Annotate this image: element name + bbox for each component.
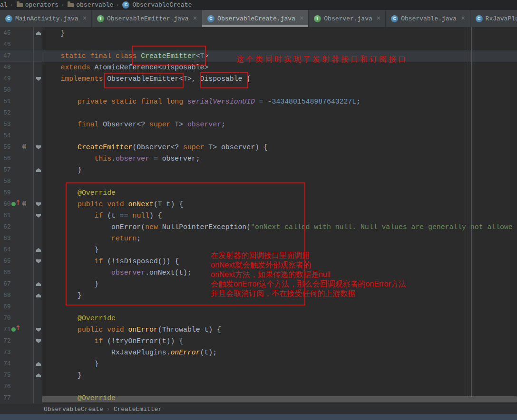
line-number: 58 xyxy=(3,178,11,185)
code-line: public void onError(Throwable t) { xyxy=(44,324,221,335)
code-token: t) { xyxy=(162,200,183,208)
code-token: } xyxy=(44,166,82,174)
right-margin-guide xyxy=(468,27,468,397)
close-icon[interactable]: × xyxy=(193,15,197,22)
override-method-icon[interactable]: ↑ xyxy=(11,325,20,333)
tab-Observer.java[interactable]: IObserver.java× xyxy=(309,10,386,27)
code-line: private static final long serialVersionU… xyxy=(44,96,361,107)
class-icon: C xyxy=(476,15,483,22)
code-token: observer xyxy=(44,269,145,277)
code-token: @Override xyxy=(44,189,116,197)
tab-Observable.java[interactable]: CObservable.java× xyxy=(386,10,470,27)
tab-label: ObservableEmitter.java xyxy=(107,15,189,22)
code-token: (!isDisposed()) { xyxy=(103,258,179,265)
horizontal-scrollbar[interactable] xyxy=(42,396,517,402)
close-icon[interactable]: × xyxy=(461,15,465,22)
code-token: onError xyxy=(170,349,200,356)
code-token: < xyxy=(179,75,183,83)
code-token: (t == xyxy=(103,212,132,220)
annotation-gutter-icon: @ xyxy=(22,143,26,150)
code-token: NullPointerException( xyxy=(158,223,251,231)
code-token: ; xyxy=(137,235,141,242)
line-number: 66 xyxy=(3,269,11,276)
code-token xyxy=(170,121,175,128)
code-token: } xyxy=(44,246,98,254)
code-token: final xyxy=(44,121,103,128)
code-token: null xyxy=(133,212,150,220)
code-token: = observer; xyxy=(149,155,200,162)
code-token: } xyxy=(44,280,98,288)
tab-label: Observable.java xyxy=(401,15,457,22)
code-line: } xyxy=(44,28,65,39)
bottom-breadcrumb-bar: ObservableCreate›CreateEmitter xyxy=(0,404,517,414)
close-icon[interactable]: × xyxy=(300,15,303,22)
code-token: T xyxy=(175,121,179,128)
breadcrumb-item-CreateEmitter[interactable]: CreateEmitter xyxy=(114,406,162,413)
tab-ObservableEmitter.java[interactable]: IObservableEmitter.java× xyxy=(92,10,202,27)
breadcrumb-item-operators[interactable]: operators xyxy=(25,1,59,9)
line-number: 55 xyxy=(3,143,11,151)
code-token: observer xyxy=(187,121,221,128)
interface-icon: I xyxy=(314,15,321,22)
editor-split-guide xyxy=(471,27,472,397)
line-number: 71 xyxy=(3,326,11,333)
code-token: new xyxy=(145,223,158,231)
code-token: onError xyxy=(128,326,158,334)
line-number: 54 xyxy=(3,132,11,139)
line-number: 45 xyxy=(3,29,11,37)
class-icon: C xyxy=(5,15,12,22)
tab-ObservableCreate.java[interactable]: CObservableCreate.java× xyxy=(202,10,309,27)
breadcrumb-item-ObservableCreate[interactable]: ObservableCreate xyxy=(132,1,192,9)
code-line: this.observer = observer; xyxy=(44,153,200,164)
right-margin-guide xyxy=(469,27,469,397)
breadcrumb-item-observable[interactable]: observable xyxy=(76,1,113,9)
line-number: 56 xyxy=(3,155,11,162)
code-line: } xyxy=(44,358,98,370)
folder-icon xyxy=(68,3,74,7)
breadcrumb-separator: › xyxy=(116,2,119,9)
code-token: extends xyxy=(44,64,95,71)
code-line: } xyxy=(44,290,82,301)
line-number: 70 xyxy=(3,315,11,322)
line-number: 68 xyxy=(3,292,11,299)
code-line: } xyxy=(44,164,82,176)
code-editor[interactable]: 45 }4647 static final class CreateEmitte… xyxy=(0,27,517,404)
interface-icon: I xyxy=(97,15,104,22)
tab-label: ObservableCreate.java xyxy=(217,15,295,22)
tab-RxJavaPlugins.java[interactable]: CRxJavaPlugins.java× xyxy=(470,10,517,27)
annotation-note-onnext: 在发射器的回调接口里面调用onNext就会触发外部观察者的onNext方法，如果… xyxy=(211,251,406,298)
code-token: (Observer<? xyxy=(132,143,183,151)
annotation-note-line: 在发射器的回调接口里面调用 xyxy=(211,251,406,260)
tab-label: RxJavaPlugins.java xyxy=(486,15,517,22)
code-line: CreateEmitter(Observer<? super T> observ… xyxy=(44,142,268,153)
line-number: 47 xyxy=(3,52,11,59)
code-token: if xyxy=(44,258,103,265)
code-token: Observer<? xyxy=(103,121,149,128)
ide-window: al›operators›observable›CObservableCreat… xyxy=(0,0,517,420)
code-line: @Override xyxy=(44,187,116,199)
breadcrumb-item-al[interactable]: al xyxy=(0,1,8,9)
tab-MainActivity.java[interactable]: CMainActivity.java× xyxy=(0,10,92,27)
class-icon: C xyxy=(207,15,215,22)
annotation-note-line: 并且会取消订阅，不在接受任何的上游数据 xyxy=(211,289,406,298)
breadcrumb-item-ObservableCreate[interactable]: ObservableCreate xyxy=(44,406,103,413)
close-icon[interactable]: × xyxy=(377,15,380,22)
line-number: 74 xyxy=(3,360,11,367)
tab-label: Observer.java xyxy=(324,15,372,22)
code-line: if (t == null) { xyxy=(44,210,162,221)
code-line: onError(new NullPointerException("onNext… xyxy=(44,221,513,233)
code-token: ; xyxy=(221,121,225,128)
override-method-icon[interactable]: ↑ xyxy=(11,200,20,207)
override-arrow: ↑ xyxy=(15,324,21,332)
code-token: > xyxy=(179,121,187,128)
code-token: { xyxy=(242,75,251,83)
close-icon[interactable]: × xyxy=(83,15,87,22)
code-token: RxJavaPlugins. xyxy=(44,349,170,356)
code-token: "onNext called with null. Null values ar… xyxy=(251,223,513,231)
line-number: 77 xyxy=(3,394,11,401)
code-token: -3434801548987643227L xyxy=(268,98,356,105)
code-token: . xyxy=(111,155,116,162)
code-line: } xyxy=(44,278,98,290)
code-token: T xyxy=(183,75,187,83)
annotation-note-line: onNext就会触发外部观察者的 xyxy=(211,260,406,270)
